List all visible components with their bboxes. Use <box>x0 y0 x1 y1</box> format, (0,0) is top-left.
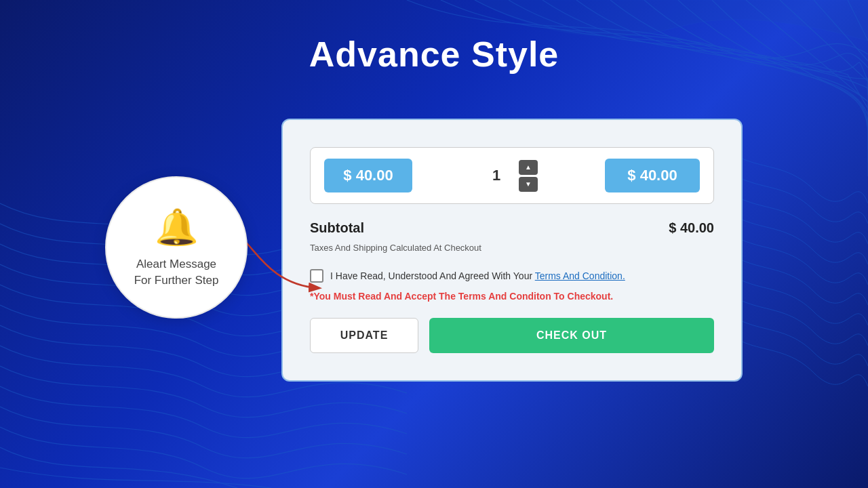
alert-bubble: 🔔 Aleart Message For Further Step <box>105 176 248 319</box>
unit-price: $ 40.00 <box>324 159 412 192</box>
alert-bubble-text: Aleart Message For Further Step <box>134 256 219 289</box>
quantity-buttons: ▲ ▼ <box>519 160 538 192</box>
action-buttons: UPDATE CHECK OUT <box>310 318 714 353</box>
tax-note: Taxes And Shipping Calculated At Checkou… <box>310 243 714 253</box>
product-row: $ 40.00 ▲ ▼ $ 40.00 <box>310 147 714 204</box>
quantity-input[interactable] <box>479 167 513 184</box>
quantity-section: ▲ ▼ <box>412 160 605 192</box>
page-title: Advance Style <box>0 34 868 75</box>
bell-icon: 🔔 <box>155 207 199 248</box>
terms-row: I Have Read, Understood And Agreed With … <box>310 269 714 283</box>
cart-card: $ 40.00 ▲ ▼ $ 40.00 Subtotal $ 40.00 Tax… <box>281 119 743 382</box>
quantity-up-button[interactable]: ▲ <box>519 160 538 175</box>
update-button[interactable]: UPDATE <box>310 318 418 353</box>
subtotal-row: Subtotal $ 40.00 <box>310 220 714 236</box>
total-price: $ 40.00 <box>605 159 700 192</box>
checkbox-label: I Have Read, Understood And Agreed With … <box>330 270 625 281</box>
subtotal-value: $ 40.00 <box>669 220 714 236</box>
alert-message: *You Must Read And Accept The Terms And … <box>310 291 714 302</box>
checkout-button[interactable]: CHECK OUT <box>429 318 714 353</box>
quantity-down-button[interactable]: ▼ <box>519 177 538 192</box>
terms-link[interactable]: Terms And Condition. <box>535 270 625 281</box>
